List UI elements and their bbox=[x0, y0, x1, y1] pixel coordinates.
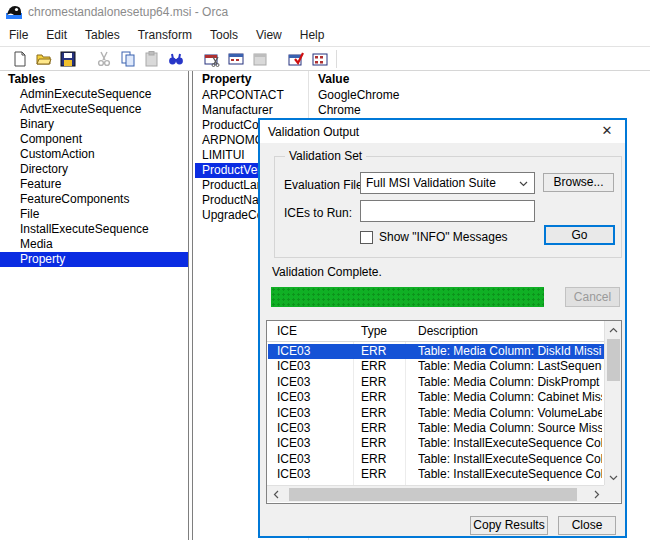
result-ice: ICE03 bbox=[277, 406, 310, 421]
close-icon[interactable]: ✕ bbox=[597, 122, 617, 140]
new-file-icon[interactable] bbox=[12, 51, 28, 67]
groupbox-legend: Validation Set bbox=[285, 149, 366, 163]
progress-bar-fill bbox=[271, 287, 544, 307]
result-ice: ICE03 bbox=[277, 390, 310, 405]
ices-to-run-label: ICEs to Run: bbox=[284, 206, 352, 220]
result-ice: ICE03 bbox=[277, 452, 310, 467]
vertical-scrollbar[interactable] bbox=[604, 321, 621, 486]
menu-item-transform[interactable]: Transform bbox=[129, 26, 201, 44]
result-type: ERR bbox=[361, 406, 386, 421]
show-info-checkbox[interactable] bbox=[360, 231, 373, 244]
copy-icon[interactable] bbox=[120, 51, 136, 67]
scroll-up-icon[interactable] bbox=[605, 321, 622, 338]
tables-list-item[interactable]: Directory bbox=[0, 162, 189, 177]
result-row[interactable]: ICE03ERRTable: InstallExecuteSequence Co… bbox=[268, 467, 604, 482]
menu-item-help[interactable]: Help bbox=[291, 26, 334, 44]
ices-to-run-input[interactable] bbox=[360, 200, 535, 222]
table-paste-icon bbox=[252, 51, 268, 67]
result-row[interactable]: ICE03ERRTable: Media Column: Cabinet Mis… bbox=[268, 390, 604, 405]
menu-bar: FileEditTablesTransformToolsViewHelp bbox=[0, 24, 650, 46]
property-name: LIMITUI bbox=[202, 148, 245, 163]
progress-bar bbox=[271, 287, 544, 307]
result-row[interactable]: ICE03ERRTable: Media Column: Source Miss… bbox=[268, 421, 604, 436]
save-icon[interactable] bbox=[60, 51, 76, 67]
property-row[interactable]: ARPCONTACTGoogleChrome bbox=[195, 88, 650, 103]
menu-item-tables[interactable]: Tables bbox=[76, 26, 129, 44]
property-name: Manufacturer bbox=[202, 103, 273, 118]
tables-list-item[interactable]: Media bbox=[0, 237, 189, 252]
tables-list-item[interactable]: FeatureComponents bbox=[0, 192, 189, 207]
result-description: Table: Media Column: DiskPrompt Missing … bbox=[418, 375, 602, 390]
property-value: Chrome bbox=[318, 103, 361, 118]
result-description: Table: InstallExecuteSequence Column: Se… bbox=[418, 467, 602, 482]
dialog-titlebar: Validation Output ✕ bbox=[260, 120, 625, 143]
paste-icon bbox=[144, 51, 160, 67]
tables-list: AdminExecuteSequenceAdvtExecuteSequenceB… bbox=[0, 87, 189, 267]
scroll-right-icon[interactable] bbox=[588, 486, 605, 503]
scroll-down-icon[interactable] bbox=[605, 469, 622, 486]
evaluation-file-label: Evaluation File: bbox=[284, 178, 366, 192]
result-type: ERR bbox=[361, 390, 386, 405]
horizontal-scrollbar[interactable] bbox=[267, 485, 605, 502]
result-type: ERR bbox=[361, 421, 386, 436]
result-row[interactable]: ICE03ERRTable: Media Column: LastSequenc… bbox=[268, 359, 604, 374]
column-header-type[interactable]: Type bbox=[361, 324, 387, 338]
property-row[interactable]: ManufacturerChrome bbox=[195, 103, 650, 118]
tables-list-item[interactable]: Property bbox=[0, 252, 189, 267]
property-value: GoogleChrome bbox=[318, 88, 399, 103]
tables-list-item[interactable]: AdvtExecuteSequence bbox=[0, 102, 189, 117]
scroll-left-icon[interactable] bbox=[267, 486, 284, 503]
go-button[interactable]: Go bbox=[544, 225, 615, 245]
menu-item-file[interactable]: File bbox=[0, 26, 37, 44]
window-titlebar: chromestandalonesetup64.msi - Orca bbox=[0, 0, 650, 24]
tables-list-item[interactable]: CustomAction bbox=[0, 147, 189, 162]
find-icon[interactable] bbox=[168, 51, 184, 67]
menu-item-view[interactable]: View bbox=[247, 26, 291, 44]
table-copy-icon[interactable] bbox=[228, 51, 244, 67]
result-description: Table: Media Column: DiskId Missing spec… bbox=[418, 344, 602, 359]
result-row[interactable]: ICE03ERRTable: Media Column: DiskId Miss… bbox=[268, 344, 604, 359]
column-header-description[interactable]: Description bbox=[418, 324, 478, 338]
result-description: Table: Media Column: Cabinet Missing spe… bbox=[418, 390, 602, 405]
result-type: ERR bbox=[361, 344, 386, 359]
column-header-property[interactable]: Property bbox=[202, 72, 251, 86]
cancel-button: Cancel bbox=[565, 287, 620, 307]
results-table: ICE Type Description ICE03ERRTable: Medi… bbox=[266, 320, 622, 504]
copy-results-button[interactable]: Copy Results bbox=[470, 516, 548, 535]
open-file-icon[interactable] bbox=[36, 51, 52, 67]
tables-list-item[interactable]: File bbox=[0, 207, 189, 222]
result-row[interactable]: ICE03ERRTable: Media Column: VolumeLabel… bbox=[268, 406, 604, 421]
result-type: ERR bbox=[361, 359, 386, 374]
menu-item-tools[interactable]: Tools bbox=[201, 26, 247, 44]
result-description: Table: Media Column: VolumeLabel Missing… bbox=[418, 406, 602, 421]
result-row[interactable]: ICE03ERRTable: InstallExecuteSequence Co… bbox=[268, 436, 604, 451]
tables-list-item[interactable]: AdminExecuteSequence bbox=[0, 87, 189, 102]
evaluation-file-combobox[interactable]: Full MSI Validation Suite bbox=[360, 172, 535, 194]
table-cut-icon[interactable] bbox=[204, 51, 220, 67]
validation-output-dialog: Validation Output ✕ Validation Set Evalu… bbox=[258, 118, 627, 538]
tables-list-item[interactable]: Component bbox=[0, 132, 189, 147]
tables-pane-header: Tables bbox=[0, 71, 189, 87]
menu-item-edit[interactable]: Edit bbox=[37, 26, 76, 44]
close-button[interactable]: Close bbox=[558, 516, 616, 535]
browse-button[interactable]: Browse... bbox=[543, 173, 614, 192]
result-row[interactable]: ICE03ERRTable: InstallExecuteSequence Co… bbox=[268, 452, 604, 467]
horizontal-scrollbar-thumb[interactable] bbox=[289, 488, 577, 501]
scrollbar-corner bbox=[604, 485, 621, 502]
result-type: ERR bbox=[361, 452, 386, 467]
vertical-scrollbar-thumb[interactable] bbox=[607, 339, 620, 381]
merge-module-icon[interactable] bbox=[312, 51, 328, 67]
property-name: ProductNa bbox=[202, 193, 259, 208]
column-header-value[interactable]: Value bbox=[318, 72, 349, 86]
result-row[interactable]: ICE03ERRTable: Media Column: DiskPrompt … bbox=[268, 375, 604, 390]
column-header-ice[interactable]: ICE bbox=[277, 324, 297, 338]
pane-splitter[interactable] bbox=[188, 71, 193, 540]
tables-list-item[interactable]: InstallExecuteSequence bbox=[0, 222, 189, 237]
validate-icon[interactable] bbox=[288, 51, 304, 67]
tables-list-item[interactable]: Feature bbox=[0, 177, 189, 192]
result-type: ERR bbox=[361, 467, 386, 482]
result-ice: ICE03 bbox=[277, 421, 310, 436]
results-header: ICE Type Description bbox=[267, 321, 604, 342]
tables-list-item[interactable]: Binary bbox=[0, 117, 189, 132]
property-name: ARPCONTACT bbox=[202, 88, 284, 103]
